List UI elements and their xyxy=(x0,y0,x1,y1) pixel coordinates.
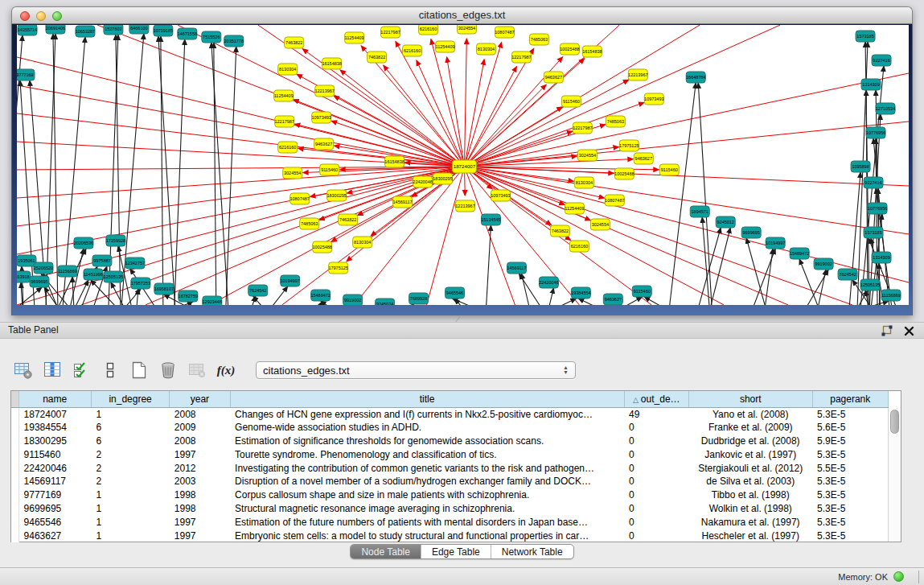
cell-pagerank[interactable]: 5.3E-5 xyxy=(812,515,888,529)
row-height-icon[interactable] xyxy=(100,360,121,381)
table-row[interactable]: 946554611997Estimation of the future num… xyxy=(11,515,889,529)
create-table-icon[interactable] xyxy=(129,360,150,381)
delete-trash-icon[interactable] xyxy=(158,360,179,381)
cell-short[interactable]: Tibbo et al. (1998) xyxy=(688,488,812,502)
cell-title[interactable]: Estimation of the future numbers of pati… xyxy=(230,515,624,529)
cell-pagerank[interactable]: 5.3E-5 xyxy=(812,447,888,461)
modify-table-icon[interactable] xyxy=(13,360,34,381)
cell-out_de[interactable]: 0 xyxy=(624,461,688,475)
cell-in_degree[interactable]: 2 xyxy=(91,475,169,488)
cell-title[interactable]: Structural magnetic resonance image aver… xyxy=(230,502,624,516)
table-row[interactable]: 911546021997Tourette syndrome. Phenomeno… xyxy=(11,447,889,461)
cell-short[interactable]: Hescheler et al. (1997) xyxy=(688,529,812,542)
cell-year[interactable]: 1998 xyxy=(170,488,230,502)
cell-out_de[interactable]: 0 xyxy=(624,515,688,529)
tab-network-table[interactable]: Network Table xyxy=(491,545,573,558)
cell-in_degree[interactable]: 2 xyxy=(91,461,169,475)
cell-title[interactable]: Changes of HCN gene expression and I(f) … xyxy=(230,407,624,421)
cell-out_de[interactable]: 0 xyxy=(624,447,688,461)
citation-network-graph[interactable]: 1435571420691406106532871527602646610010… xyxy=(17,25,909,305)
cell-year[interactable]: 1997 xyxy=(170,529,230,542)
cell-short[interactable]: Jankovic et al. (1997) xyxy=(688,447,812,461)
cell-short[interactable]: Franke et al. (2009) xyxy=(688,421,812,435)
column-header-pagerank[interactable]: pagerank xyxy=(812,391,888,407)
close-window-button[interactable] xyxy=(20,11,30,21)
cell-name[interactable]: 18300295 xyxy=(18,435,91,448)
close-panel-icon[interactable] xyxy=(904,326,914,336)
cell-in_degree[interactable]: 6 xyxy=(91,421,169,435)
cell-year[interactable]: 2003 xyxy=(170,475,230,488)
cell-pagerank[interactable]: 5.6E-5 xyxy=(812,421,888,435)
destroy-table-icon[interactable] xyxy=(187,360,207,381)
cell-short[interactable]: de Silva et al. (2003) xyxy=(688,475,812,488)
cell-name[interactable]: 9115460 xyxy=(18,447,91,461)
cell-year[interactable]: 2008 xyxy=(170,435,230,448)
cell-name[interactable]: 14569117 xyxy=(18,475,91,488)
cell-name[interactable]: 9463627 xyxy=(18,529,91,542)
table-scrollbar[interactable] xyxy=(888,408,901,542)
node-table[interactable]: namein_degreeyeartitle△out_de…shortpager… xyxy=(11,391,889,542)
cell-pagerank[interactable]: 5.5E-5 xyxy=(812,461,888,475)
cell-in_degree[interactable]: 6 xyxy=(91,435,169,448)
cell-name[interactable]: 22420046 xyxy=(18,461,91,475)
table-row[interactable]: 1938455462009Genome-wide association stu… xyxy=(11,421,889,435)
column-header-title[interactable]: title xyxy=(230,391,624,407)
cell-out_de[interactable]: 0 xyxy=(624,488,688,502)
cell-in_degree[interactable]: 1 xyxy=(91,529,169,542)
float-panel-icon[interactable] xyxy=(881,325,893,337)
cell-out_de[interactable]: 0 xyxy=(624,421,688,435)
minimize-window-button[interactable] xyxy=(36,11,46,21)
cell-name[interactable]: 9465546 xyxy=(18,515,91,529)
cell-pagerank[interactable]: 5.9E-5 xyxy=(812,435,888,448)
cell-title[interactable]: Embryonic stem cells: a model to study s… xyxy=(230,529,624,542)
table-row[interactable]: 977716911998Corpus callosum shape and si… xyxy=(11,488,889,502)
table-row[interactable]: 969969511998Structural magnetic resonanc… xyxy=(11,502,889,516)
cell-pagerank[interactable]: 5.3E-5 xyxy=(812,488,888,502)
cell-short[interactable]: Nakamura et al. (1997) xyxy=(688,515,812,529)
cell-pagerank[interactable]: 5.3E-5 xyxy=(812,529,888,542)
table-scrollbar-thumb[interactable] xyxy=(890,410,899,434)
cell-title[interactable]: Corpus callosum shape and size in male p… xyxy=(230,488,624,502)
cell-out_de[interactable]: 0 xyxy=(624,529,688,542)
cell-short[interactable]: Yano et al. (2008) xyxy=(688,407,812,421)
cell-year[interactable]: 2008 xyxy=(170,407,230,421)
cell-year[interactable]: 1998 xyxy=(170,502,230,516)
cell-year[interactable]: 1997 xyxy=(170,447,230,461)
cell-name[interactable]: 9777169 xyxy=(18,488,91,502)
cell-out_de[interactable]: 49 xyxy=(624,407,688,421)
cell-in_degree[interactable]: 1 xyxy=(91,407,169,421)
cell-pagerank[interactable]: 5.3E-5 xyxy=(812,502,888,516)
cell-title[interactable]: Disruption of a novel member of a sodium… xyxy=(230,475,624,488)
network-graph-canvas[interactable]: 1435571420691406106532871527602646610010… xyxy=(17,25,909,305)
cell-short[interactable]: Dudbridge et al. (2008) xyxy=(688,435,812,448)
cell-in_degree[interactable]: 1 xyxy=(91,515,169,529)
cell-year[interactable]: 2012 xyxy=(170,461,230,475)
table-selector-dropdown[interactable]: citations_edges.txt ▲▼ xyxy=(256,361,576,379)
table-row[interactable]: 946362711997Embryonic stem cells: a mode… xyxy=(11,529,889,542)
cell-in_degree[interactable]: 1 xyxy=(91,488,169,502)
table-row[interactable]: 1872400712008Changes of HCN gene express… xyxy=(11,407,889,421)
cell-short[interactable]: Stergiakouli et al. (2012) xyxy=(688,461,812,475)
cell-title[interactable]: Estimation of significance thresholds fo… xyxy=(230,435,624,448)
cell-name[interactable]: 19384554 xyxy=(18,421,91,435)
cell-short[interactable]: Wolkin et al. (1998) xyxy=(688,502,812,516)
column-header-out_de[interactable]: △out_de… xyxy=(624,391,688,407)
cell-in_degree[interactable]: 1 xyxy=(91,502,169,516)
cell-name[interactable]: 9699695 xyxy=(18,502,91,516)
column-header-short[interactable]: short xyxy=(688,391,812,407)
column-header-year[interactable]: year xyxy=(170,391,230,407)
cell-pagerank[interactable]: 5.3E-5 xyxy=(812,475,888,488)
tab-node-table[interactable]: Node Table xyxy=(351,545,421,558)
select-rows-icon[interactable] xyxy=(71,360,92,381)
cell-year[interactable]: 2009 xyxy=(170,421,230,435)
cell-year[interactable]: 1997 xyxy=(170,515,230,529)
column-header-in_degree[interactable]: in_degree xyxy=(91,391,169,407)
zoom-window-button[interactable] xyxy=(52,11,62,21)
cell-title[interactable]: Genome-wide association studies in ADHD. xyxy=(230,421,624,435)
table-row[interactable]: 1830029562008Estimation of significance … xyxy=(11,435,889,448)
function-builder-icon[interactable]: f(x) xyxy=(216,360,236,381)
cell-out_de[interactable]: 0 xyxy=(624,435,688,448)
cell-out_de[interactable]: 0 xyxy=(624,475,688,488)
cell-pagerank[interactable]: 5.3E-5 xyxy=(812,407,888,421)
cell-title[interactable]: Investigating the contribution of common… xyxy=(230,461,624,475)
